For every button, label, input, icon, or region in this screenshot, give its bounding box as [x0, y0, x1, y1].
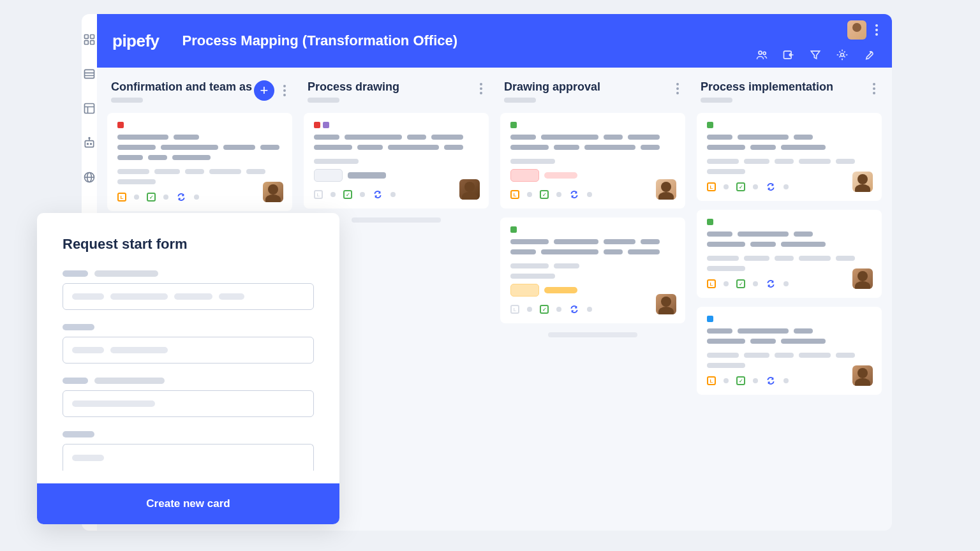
svg-rect-0	[85, 35, 89, 39]
column-menu-icon[interactable]	[477, 80, 485, 97]
check-icon: ✓	[736, 279, 745, 288]
assignee-avatar	[656, 294, 676, 314]
check-icon: ✓	[343, 190, 352, 199]
form-group	[63, 324, 314, 364]
kanban-card[interactable]: L ✓	[107, 113, 292, 211]
tag-text	[544, 287, 577, 293]
label-blue	[707, 316, 713, 322]
assignee-avatar	[852, 172, 873, 192]
svg-rect-2	[85, 41, 89, 45]
kanban-card[interactable]: L ✓	[697, 113, 882, 201]
form-input[interactable]	[63, 444, 314, 471]
layout-icon[interactable]	[82, 101, 97, 116]
label-green	[510, 122, 517, 128]
label-red	[314, 122, 320, 128]
column-subtitle-placeholder	[308, 98, 339, 103]
form-group	[63, 431, 314, 471]
kanban-card[interactable]: L ✓	[697, 210, 882, 298]
column-menu-icon[interactable]	[674, 80, 681, 97]
tag-pill	[510, 169, 539, 182]
form-input[interactable]	[63, 283, 314, 310]
globe-icon[interactable]	[82, 170, 97, 185]
tag-pill	[510, 284, 539, 297]
logo: pipefy	[112, 31, 160, 51]
column-drawing-approval: Drawing approval L ✓	[500, 80, 685, 518]
clock-icon: L	[707, 279, 716, 288]
label-green	[707, 122, 713, 128]
column-menu-icon[interactable]	[870, 80, 878, 97]
request-start-form-modal: Request start form Create new c	[37, 213, 339, 524]
settings-icon[interactable]	[836, 48, 849, 61]
column-subtitle-placeholder	[111, 98, 143, 103]
import-icon[interactable]	[782, 48, 795, 61]
header: pipefy Process Mapping (Transformation O…	[97, 14, 892, 68]
list-icon[interactable]	[82, 66, 97, 82]
clock-icon: L	[510, 190, 519, 199]
label-green	[707, 219, 713, 225]
clock-icon: L	[314, 190, 323, 199]
assignee-avatar	[852, 268, 873, 289]
check-icon: ✓	[736, 182, 745, 191]
column-process-implementation: Process implementation L ✓	[697, 80, 882, 518]
svg-point-21	[841, 54, 844, 57]
tag-text	[544, 172, 577, 179]
tag-pill	[314, 169, 343, 182]
svg-point-11	[87, 143, 89, 145]
column-menu-icon[interactable]	[281, 82, 288, 99]
svg-rect-4	[85, 70, 94, 78]
column-subtitle-placeholder	[701, 98, 732, 103]
column-title: Process drawing	[308, 80, 477, 94]
user-avatar[interactable]	[847, 20, 866, 40]
sync-icon	[766, 376, 776, 386]
assignee-avatar	[656, 179, 676, 200]
column-title: Confirmation and team as	[111, 80, 254, 94]
add-card-button[interactable]: +	[254, 80, 274, 101]
check-icon: ✓	[540, 190, 549, 199]
svg-point-12	[91, 143, 92, 145]
column-footer-placeholder	[352, 217, 441, 223]
people-icon[interactable]	[755, 48, 768, 61]
svg-point-18	[759, 51, 762, 54]
label-green	[510, 226, 517, 233]
assignee-avatar	[459, 179, 480, 200]
svg-point-19	[763, 52, 766, 54]
column-title: Drawing approval	[504, 80, 674, 94]
label-red	[117, 122, 124, 128]
sync-icon	[176, 192, 186, 202]
wrench-icon[interactable]	[863, 48, 875, 61]
apps-icon[interactable]	[82, 32, 97, 47]
modal-title: Request start form	[63, 236, 314, 253]
kanban-card[interactable]: L ✓	[500, 217, 685, 323]
header-menu-icon[interactable]	[875, 24, 878, 36]
kanban-card[interactable]: L ✓	[304, 113, 489, 209]
column-footer-placeholder	[548, 332, 637, 337]
page-title: Process Mapping (Transformation Office)	[182, 33, 458, 49]
svg-point-14	[89, 138, 90, 139]
kanban-card[interactable]: L ✓	[500, 113, 685, 209]
clock-icon: L	[707, 376, 716, 385]
check-icon: ✓	[147, 193, 156, 202]
kanban-card[interactable]: L ✓	[697, 307, 882, 395]
sync-icon	[766, 182, 776, 192]
svg-rect-3	[91, 41, 94, 45]
svg-rect-1	[91, 35, 94, 39]
clock-icon: L	[510, 305, 519, 314]
form-group	[63, 270, 314, 310]
create-new-card-button[interactable]: Create new card	[37, 483, 339, 524]
assignee-avatar	[852, 365, 873, 386]
sync-icon	[373, 189, 383, 200]
clock-icon: L	[117, 193, 126, 202]
form-input[interactable]	[63, 390, 314, 417]
column-subtitle-placeholder	[504, 98, 536, 103]
sync-icon	[569, 304, 579, 314]
sync-icon	[766, 279, 776, 289]
clock-icon: L	[707, 182, 716, 191]
form-input[interactable]	[63, 337, 314, 364]
form-group	[63, 378, 314, 417]
filter-icon[interactable]	[809, 48, 822, 61]
header-actions	[755, 14, 878, 68]
column-title: Process implementation	[701, 80, 870, 94]
label-purple	[323, 122, 329, 128]
svg-rect-10	[85, 141, 93, 147]
robot-icon[interactable]	[82, 135, 97, 151]
